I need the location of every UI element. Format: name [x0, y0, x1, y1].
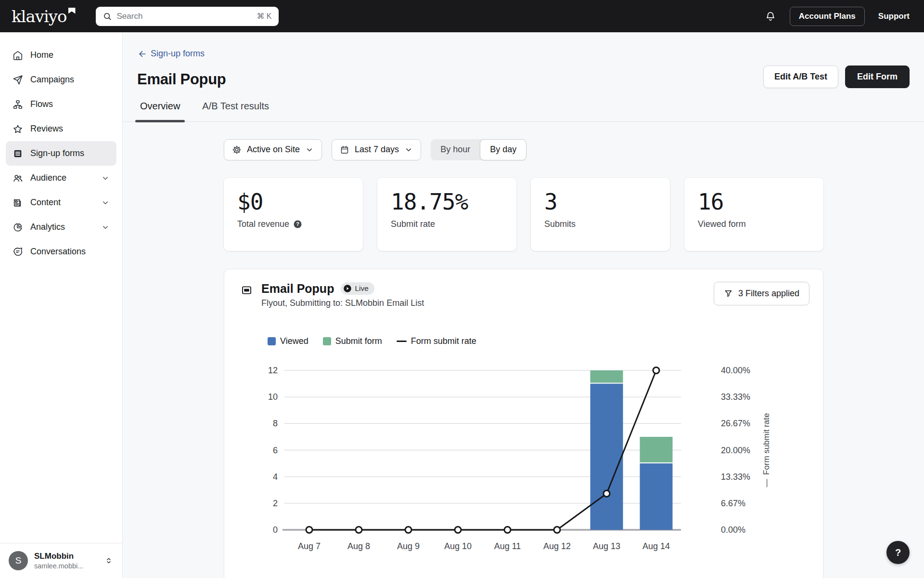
global-search[interactable]: ⌘ K — [96, 7, 279, 26]
sidebar-item-label: Sign-up forms — [30, 148, 84, 158]
svg-text:0.00%: 0.00% — [721, 525, 745, 535]
notifications-button[interactable] — [765, 11, 776, 22]
viewed-swatch — [268, 337, 276, 345]
sidebar-item-conversations[interactable]: Conversations — [6, 239, 116, 264]
analytics-pie-icon — [13, 222, 23, 233]
page-title: Email Popup — [137, 71, 226, 88]
svg-text:12: 12 — [268, 366, 278, 375]
sidebar-item-audience[interactable]: Audience — [6, 166, 116, 190]
chevron-down-icon — [101, 223, 110, 232]
date-range-dropdown[interactable]: Last 7 days — [332, 139, 421, 160]
svg-text:Aug 14: Aug 14 — [642, 541, 670, 551]
toggle-by-hour[interactable]: By hour — [431, 139, 480, 160]
help-circle-icon[interactable]: ? — [293, 220, 302, 229]
sidebar-item-content[interactable]: Content — [6, 190, 116, 215]
tab-overview[interactable]: Overview — [137, 101, 183, 121]
svg-text:Aug 10: Aug 10 — [444, 541, 472, 551]
bell-icon — [765, 11, 776, 22]
sidebar: Home Campaigns Flows Reviews Sign-up f — [0, 32, 123, 578]
edit-ab-test-button[interactable]: Edit A/B Test — [763, 66, 838, 88]
account-plans-button[interactable]: Account Plans — [790, 7, 865, 26]
svg-text:6.67%: 6.67% — [721, 498, 745, 508]
filters-applied-button[interactable]: 3 Filters applied — [714, 282, 809, 305]
search-shortcut: ⌘ K — [257, 12, 271, 21]
sidebar-item-label: Campaigns — [30, 75, 74, 85]
sidebar-item-campaigns[interactable]: Campaigns — [6, 67, 116, 92]
help-fab-button[interactable]: ? — [886, 541, 910, 564]
date-range-value: Last 7 days — [355, 144, 399, 155]
popup-form-icon — [241, 284, 253, 296]
home-icon — [13, 50, 23, 61]
stats-row: $0 Total revenue ? 18.75% Submit rate 3 … — [224, 178, 924, 251]
stat-card-viewed-form: 16 Viewed form — [684, 178, 823, 251]
granularity-toggle: By hour By day — [431, 139, 526, 160]
svg-text:26.67%: 26.67% — [721, 419, 750, 428]
stat-label: Viewed form — [698, 219, 746, 229]
svg-text:Aug 12: Aug 12 — [543, 541, 571, 551]
svg-text:Aug 8: Aug 8 — [347, 541, 370, 551]
sidebar-item-flows[interactable]: Flows — [6, 92, 116, 117]
breadcrumb-signup-forms[interactable]: Sign-up forms — [137, 49, 205, 59]
form-card-description: Flyout, Submitting to: SLMobbin Email Li… — [261, 298, 424, 308]
sidebar-item-label: Audience — [30, 173, 66, 183]
form-performance-card: Email Popup Live Flyout, Submitting to: … — [224, 269, 823, 578]
line-dash-icon — [397, 341, 407, 342]
status-filter-dropdown[interactable]: Active on Site — [224, 139, 322, 160]
gear-icon — [232, 145, 242, 155]
toggle-by-day[interactable]: By day — [480, 139, 526, 160]
submit-form-swatch — [323, 337, 331, 345]
user-email: samlee.mobbi... — [34, 562, 83, 570]
search-icon — [103, 12, 112, 21]
svg-text:Aug 13: Aug 13 — [593, 541, 620, 551]
support-link[interactable]: Support — [878, 12, 910, 21]
svg-text:Aug 9: Aug 9 — [397, 541, 420, 551]
stat-value: 18.75% — [391, 190, 503, 213]
tab-ab-test-results[interactable]: A/B Test results — [199, 101, 272, 121]
campaigns-icon — [13, 75, 23, 85]
main-content: Sign-up forms Email Popup Edit A/B Test … — [123, 32, 924, 578]
legend-item-submit-form[interactable]: Submit form — [323, 336, 382, 346]
sidebar-item-reviews[interactable]: Reviews — [6, 117, 116, 141]
play-circle-icon — [343, 284, 352, 293]
chevron-down-icon — [101, 198, 110, 207]
sidebar-item-signup-forms[interactable]: Sign-up forms — [6, 141, 116, 166]
sidebar-item-home[interactable]: Home — [6, 43, 116, 67]
sidebar-item-analytics[interactable]: Analytics — [6, 215, 116, 239]
star-icon — [13, 124, 23, 134]
svg-text:33.33%: 33.33% — [721, 392, 750, 402]
legend-item-form-submit-rate[interactable]: Form submit rate — [397, 336, 476, 346]
flows-icon — [13, 99, 23, 110]
search-input[interactable] — [117, 12, 252, 21]
svg-text:10: 10 — [268, 392, 278, 402]
stat-card-submits: 3 Submits — [531, 178, 670, 251]
stat-value: 3 — [544, 190, 656, 213]
chevron-down-icon — [101, 174, 110, 183]
svg-text:0: 0 — [273, 525, 278, 535]
svg-text:2: 2 — [273, 498, 278, 508]
svg-text:Aug 11: Aug 11 — [494, 541, 521, 551]
edit-form-button[interactable]: Edit Form — [845, 66, 910, 88]
svg-text:40.00%: 40.00% — [721, 366, 750, 375]
klaviyo-logo[interactable]: klaviyo — [12, 7, 76, 26]
svg-text:4: 4 — [273, 472, 278, 481]
back-arrow-icon — [137, 49, 147, 59]
svg-text:— Form submit rate: — Form submit rate — [762, 413, 771, 487]
funnel-icon — [724, 289, 733, 298]
svg-text:13.33%: 13.33% — [721, 472, 750, 481]
sidebar-item-label: Flows — [30, 99, 53, 109]
svg-text:8: 8 — [273, 419, 278, 428]
chevron-down-icon — [404, 145, 413, 154]
expand-up-down-icon — [104, 556, 114, 565]
chevron-down-icon — [305, 145, 314, 154]
sidebar-item-label: Home — [30, 50, 53, 60]
svg-text:6: 6 — [273, 445, 278, 455]
svg-text:Aug 7: Aug 7 — [298, 541, 321, 551]
stat-card-total-revenue: $0 Total revenue ? — [224, 178, 363, 251]
legend-item-viewed[interactable]: Viewed — [268, 336, 308, 346]
svg-text:?: ? — [296, 221, 299, 227]
topbar: klaviyo ⌘ K Account Plans Support — [0, 0, 924, 32]
stat-value: $0 — [237, 190, 349, 213]
account-switcher[interactable]: S SLMobbin samlee.mobbi... — [0, 543, 122, 578]
conversations-icon — [13, 247, 23, 257]
sidebar-item-label: Analytics — [30, 222, 65, 232]
